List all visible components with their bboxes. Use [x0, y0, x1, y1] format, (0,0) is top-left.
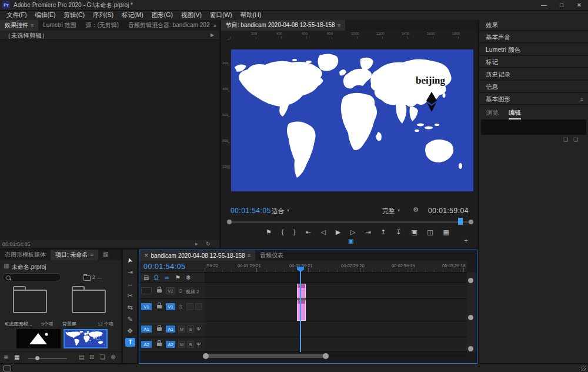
solo-button[interactable]: S	[187, 326, 194, 333]
track-option-icon[interactable]	[195, 303, 202, 310]
automate-to-sequence-icon[interactable]: ▤	[79, 354, 84, 360]
tab-sequence[interactable]: ✕ bandicam 2020-04-08 12-55-18-158 ≡	[139, 250, 255, 261]
step-forward-icon[interactable]: ▷	[350, 228, 355, 236]
track-header-v1[interactable]: V1 V1 ⊙	[139, 299, 205, 321]
zoom-level-select[interactable]: 适合	[272, 207, 284, 215]
export-frame-icon[interactable]: ▣	[411, 228, 417, 236]
button-editor-plus[interactable]: +	[464, 237, 468, 245]
comparison-view-icon[interactable]: ◫	[427, 228, 433, 236]
minimize-button[interactable]: —	[535, 0, 553, 10]
voiceover-mic-icon[interactable]: Ψ	[196, 341, 201, 347]
voiceover-mic-icon[interactable]: Ψ	[196, 326, 201, 332]
timeline-current-timecode[interactable]: 00:01:54:05	[143, 263, 186, 271]
selection-tool[interactable]: ➤	[123, 255, 136, 265]
lock-icon[interactable]	[157, 343, 162, 346]
v-scroll-handle[interactable]	[468, 315, 473, 320]
sidebar-item-essential-graphics[interactable]: 基本图形 ≡	[479, 94, 588, 105]
timeline-marker-lane[interactable]	[205, 273, 467, 283]
program-playhead[interactable]	[458, 218, 463, 225]
timeline-settings-icon[interactable]: ⚙	[186, 274, 191, 281]
tab-audio-meters[interactable]: 音频仪表	[255, 250, 288, 261]
pen-tool[interactable]: ✎	[123, 314, 136, 324]
drag-video-icon[interactable]: ▣	[348, 238, 353, 244]
monitor-settings-icon[interactable]: ⚙	[413, 206, 419, 214]
project-file-name[interactable]: 未命名.prproj	[12, 263, 46, 271]
track-header-a2[interactable]: A2 A2 M S Ψ	[139, 337, 205, 352]
type-tool[interactable]: T	[125, 338, 135, 347]
menu-window[interactable]: 窗口(W)	[206, 11, 236, 19]
track-target-a1[interactable]: A1	[166, 326, 175, 333]
step-back-icon[interactable]: ◁	[321, 228, 326, 236]
panel-menu-icon[interactable]: ≡	[580, 97, 583, 102]
toggle-track-output-icon[interactable]: ⊙	[178, 304, 183, 310]
menu-sequence[interactable]: 序列(S)	[89, 11, 118, 19]
nest-toggle-icon[interactable]: ▤	[143, 274, 149, 281]
track-header-v2[interactable]: V2 ⊙ 视频 2	[139, 283, 205, 299]
new-item-icon[interactable]: ❏	[100, 354, 105, 360]
panel-menu-icon[interactable]: ≡	[248, 253, 250, 258]
project-item-map-thumbnail-selected[interactable]	[64, 329, 108, 348]
track-select-tool[interactable]: ⇥	[123, 267, 136, 277]
tab-audio-clip-mixer[interactable]: 音频剪辑混合器: bandicam 2020-04-0	[123, 20, 210, 31]
mark-in-icon[interactable]: {	[282, 228, 284, 235]
zoom-slider-handle[interactable]	[35, 356, 39, 360]
razor-tool[interactable]: ✂	[123, 291, 136, 300]
thumbnail-zoom-slider[interactable]	[28, 358, 67, 359]
tab-edit[interactable]: 编辑	[509, 109, 521, 119]
project-item-folder[interactable]: 背景屏 12 个项	[61, 285, 119, 327]
zoom-handle-left[interactable]	[203, 353, 209, 359]
scrub-right-handle[interactable]	[469, 220, 473, 224]
menu-file[interactable]: 文件(F)	[2, 11, 31, 19]
tab-source-monitor[interactable]: 源：(无剪辑)	[81, 20, 123, 31]
ec-loop-icon[interactable]: ↻	[206, 241, 211, 247]
icon-view-icon[interactable]: ▦	[14, 354, 19, 360]
track-header-a1[interactable]: A1 A1 M S Ψ	[139, 321, 205, 337]
v-scroll-handle[interactable]	[468, 346, 473, 351]
add-marker-icon[interactable]: ⚑	[175, 274, 181, 281]
sidebar-item-history[interactable]: 历史记录	[479, 69, 588, 81]
lock-icon[interactable]	[157, 289, 162, 293]
track-target-a2[interactable]: A2	[166, 341, 175, 348]
tab-lumetri-scopes[interactable]: Lumetri 范围	[38, 20, 81, 31]
tab-effect-controls[interactable]: 效果控件 ≡	[0, 20, 38, 31]
track-lane-v2[interactable]	[205, 283, 467, 299]
sidebar-item-essential-sound[interactable]: 基本声音	[479, 32, 588, 44]
ripple-edit-tool[interactable]: ↔	[123, 279, 136, 288]
mute-button[interactable]: M	[178, 326, 185, 333]
playhead-line[interactable]	[300, 271, 301, 352]
mute-button[interactable]: M	[178, 341, 185, 348]
sidebar-item-markers[interactable]: 标记	[479, 57, 588, 68]
eg-new-layer-icon[interactable]: ❏	[563, 137, 568, 142]
sidebar-item-lumetri-color[interactable]: Lumetri 颜色	[479, 45, 588, 56]
video-clip-v1[interactable]	[297, 300, 306, 321]
playback-resolution-select[interactable]: 完整	[382, 207, 395, 215]
multicam-view-icon[interactable]: ▦	[443, 228, 449, 236]
lift-icon[interactable]: ↥	[380, 228, 386, 236]
menu-help[interactable]: 帮助(H)	[236, 11, 266, 19]
snap-icon[interactable]: Ω	[154, 274, 158, 281]
timeline-ruler[interactable]: :59:22 00:01:29:21 00:01:59:21 00:02:29:…	[205, 261, 467, 273]
eg-delete-icon[interactable]: ❏	[573, 137, 578, 142]
hand-tool[interactable]: ✥	[123, 326, 136, 336]
tab-project[interactable]: 项目: 未命名 ≡	[51, 250, 98, 260]
extract-icon[interactable]: ↧	[396, 228, 401, 236]
close-tab-icon[interactable]: ✕	[144, 253, 149, 258]
tab-browse[interactable]: 浏览	[486, 109, 499, 117]
panel-menu-icon[interactable]: ≡	[91, 252, 93, 258]
menu-clip[interactable]: 剪辑(C)	[59, 11, 89, 19]
menu-edit[interactable]: 编辑(E)	[31, 11, 59, 19]
go-to-out-icon[interactable]: ⇥	[365, 228, 370, 236]
graphic-clip-v2[interactable]	[297, 284, 306, 298]
track-lane-a2[interactable]	[205, 337, 467, 352]
add-marker-icon[interactable]: ⚑	[266, 228, 272, 236]
sidebar-item-effects[interactable]: 效果	[479, 20, 588, 31]
list-view-icon[interactable]: ≣	[4, 354, 8, 360]
track-lane-v1[interactable]	[205, 299, 467, 321]
zoom-scrollbar-thumb[interactable]	[206, 354, 327, 358]
close-button[interactable]: ✕	[570, 0, 588, 10]
program-scrub-bar[interactable]	[229, 221, 470, 223]
lock-icon[interactable]	[157, 327, 162, 331]
resize-grip[interactable]	[581, 366, 586, 371]
ec-timeline-toggle-icon[interactable]: ▶	[211, 32, 214, 38]
source-patch-v2[interactable]	[141, 287, 152, 294]
